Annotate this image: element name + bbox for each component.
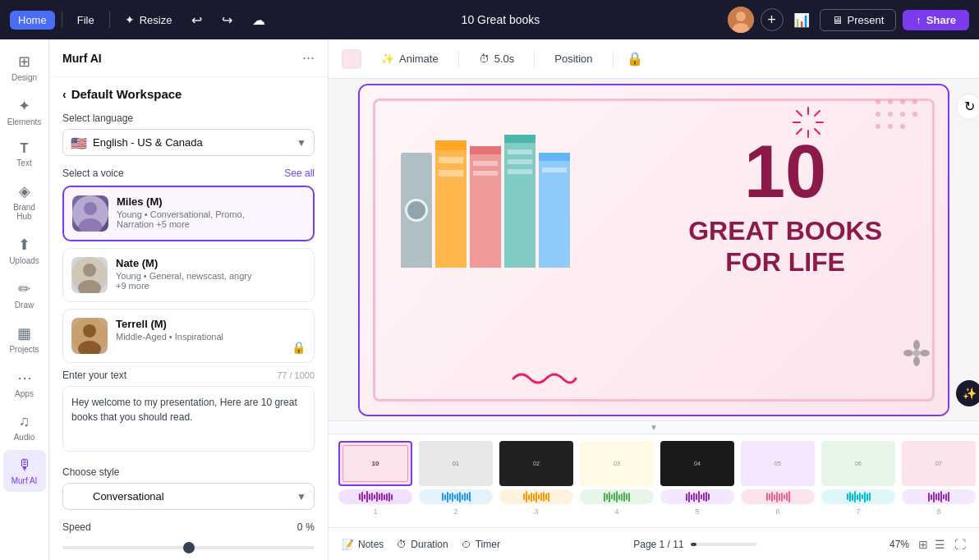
thumbnails-row: 10 1 01 <box>329 434 979 527</box>
page-info: Page 1 / 11 <box>633 539 683 550</box>
terrell-tags: Middle-Aged • Inspirational <box>116 332 283 342</box>
sidebar-item-elements[interactable]: ✦ Elements <box>3 90 46 133</box>
view-toggle: ⊞ ☰ <box>916 535 948 553</box>
grid-view-button[interactable]: ⊞ <box>916 535 931 553</box>
voice-card-miles[interactable]: Miles (M) Young • Conversational, Promo,… <box>62 186 315 241</box>
sidebar-label-brand: Brand Hub <box>7 203 43 221</box>
thumbnail-4[interactable]: 03 4 <box>580 441 654 516</box>
pink-blob <box>923 126 948 374</box>
add-collaborator-button[interactable]: + <box>761 8 784 31</box>
thumbnail-5[interactable]: 04 5 <box>660 441 734 516</box>
sidebar-item-uploads[interactable]: ⬆ Uploads <box>3 229 46 272</box>
sidebar-item-apps[interactable]: ⋯ Apps <box>3 362 46 405</box>
thumb-number-8: 8 <box>936 507 940 516</box>
sidebar-item-text[interactable]: T Text <box>3 135 46 174</box>
position-button[interactable]: Position <box>548 49 599 68</box>
color-swatch[interactable] <box>342 49 361 69</box>
refresh-button[interactable]: ↻ <box>956 94 979 120</box>
thumb-audio-3 <box>499 489 573 504</box>
thumbnail-6[interactable]: 05 6 <box>741 441 815 516</box>
animate-button[interactable]: ✨ Animate <box>375 49 445 68</box>
notes-button[interactable]: 📝 Notes <box>342 539 384 550</box>
undo-button[interactable]: ↩ <box>183 9 210 31</box>
slide-wrapper: 10 GREAT BOOKS FOR LIFE <box>358 84 949 416</box>
thumbnail-8[interactable]: 07 8 <box>902 441 976 516</box>
fullscreen-button[interactable]: ⛶ <box>954 538 966 551</box>
sidebar-item-audio[interactable]: ♫ Audio <box>3 406 46 448</box>
waveform-7 <box>843 489 874 504</box>
svg-point-4 <box>84 202 97 215</box>
cloud-button[interactable]: ☁ <box>244 9 273 31</box>
timer-button[interactable]: ⏲ Timer <box>462 539 500 550</box>
brand-icon: ◈ <box>19 182 30 200</box>
duration-icon: ⏱ <box>397 539 407 550</box>
analytics-icon[interactable]: 📊 <box>790 9 813 31</box>
thumb-audio-1 <box>338 489 412 504</box>
svg-point-1 <box>736 11 746 21</box>
thumbnail-7[interactable]: 06 7 <box>821 441 895 516</box>
waveform-8 <box>925 489 953 504</box>
terrell-name: Terrell (M) <box>116 318 283 330</box>
thumb-slide-5: 04 <box>660 441 734 486</box>
panel-title: Murf AI <box>62 52 102 65</box>
monitor-icon: 🖥 <box>832 14 843 26</box>
style-select[interactable]: Conversational <box>62 483 315 510</box>
home-button[interactable]: Home <box>10 11 55 30</box>
sidebar-item-design[interactable]: ⊞ Design <box>3 46 46 89</box>
back-button[interactable]: ‹ Default Workspace <box>62 87 182 101</box>
sidebar-item-murfai[interactable]: 🎙 Murf AI <box>3 450 46 492</box>
sidebar-item-brand[interactable]: ◈ Brand Hub <box>3 176 46 227</box>
share-button[interactable]: ↑ Share <box>903 10 969 30</box>
murfai-icon: 🎙 <box>17 457 32 474</box>
see-all-voices-button[interactable]: See all <box>284 168 315 179</box>
sidebar-item-draw[interactable]: ✏ Draw <box>3 273 46 316</box>
strip-collapse-button[interactable]: ▼ <box>329 421 979 434</box>
redo-button[interactable]: ↪ <box>214 9 241 31</box>
duration-button[interactable]: ⏱ 5.0s <box>472 49 522 68</box>
voice-card-nate[interactable]: Nate (M) Young • General, newscast, angr… <box>62 248 315 302</box>
sidebar-label-text: Text <box>16 158 31 168</box>
animate-icon: ✨ <box>381 53 394 65</box>
book-3 <box>470 146 501 268</box>
style-label: Choose style <box>62 466 315 478</box>
bottom-right: 47% ⊞ ☰ ⛶ <box>889 535 966 553</box>
lock-toolbar-icon[interactable]: 🔒 <box>627 51 643 67</box>
present-button[interactable]: 🖥 Present <box>820 9 897 31</box>
voice-card-terrell[interactable]: Terrell (M) Middle-Aged • Inspirational … <box>62 309 315 363</box>
list-view-button[interactable]: ☰ <box>932 535 948 553</box>
thumbnail-3[interactable]: 02 3 <box>499 441 573 516</box>
thumb-audio-5 <box>660 489 734 504</box>
svg-point-32 <box>912 112 917 117</box>
zoom-level: 47% <box>889 539 909 550</box>
file-button[interactable]: File <box>69 11 103 30</box>
thumb-slide-1: 10 <box>338 441 412 486</box>
user-avatar[interactable] <box>728 7 754 33</box>
canvas-viewport: 10 GREAT BOOKS FOR LIFE <box>329 79 979 420</box>
language-label: Select language <box>62 112 315 124</box>
sidebar-item-projects[interactable]: ▦ Projects <box>3 318 46 360</box>
svg-point-21 <box>913 340 920 350</box>
magic-button[interactable]: ✨ <box>956 380 979 406</box>
speed-slider[interactable] <box>62 546 315 549</box>
sparkle-svg <box>792 106 825 139</box>
panel-menu-button[interactable]: ··· <box>302 49 315 67</box>
waveform-3 <box>520 489 553 504</box>
text-input[interactable]: Hey welcome to my presentation, Here are… <box>62 386 315 452</box>
apps-icon: ⋯ <box>17 369 32 387</box>
thumb-slide-2: 01 <box>419 441 493 486</box>
sidebar-label-design: Design <box>11 73 37 82</box>
books-illustration <box>401 135 570 268</box>
thumbnail-1[interactable]: 10 1 <box>338 441 412 516</box>
svg-point-29 <box>876 112 880 117</box>
bottom-center: Page 1 / 11 <box>513 539 876 550</box>
sidebar-label-elements: Elements <box>7 117 42 126</box>
toolbar-divider-3 <box>613 51 614 67</box>
thumbnail-2[interactable]: 01 2 <box>419 441 493 516</box>
resize-button[interactable]: ✦ Resize <box>117 10 181 30</box>
svg-point-10 <box>83 324 96 337</box>
duration-bottom-button[interactable]: ⏱ Duration <box>397 539 448 550</box>
language-select[interactable]: English - US & Canada <box>62 129 315 156</box>
thumb-number-6: 6 <box>775 507 779 516</box>
text-label: Enter your text <box>62 370 126 381</box>
slide-canvas[interactable]: 10 GREAT BOOKS FOR LIFE <box>358 84 949 416</box>
